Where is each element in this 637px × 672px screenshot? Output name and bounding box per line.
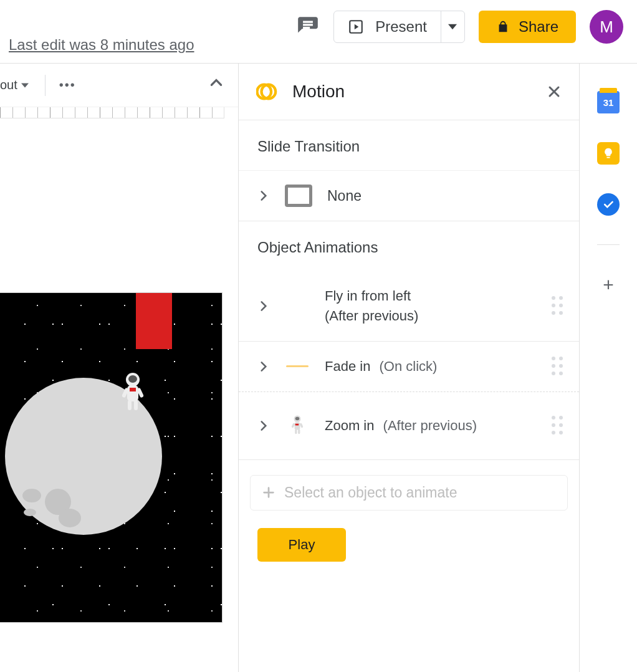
account-avatar[interactable]: M: [590, 10, 623, 44]
last-edit-link[interactable]: Last edit was 8 minutes ago: [9, 36, 194, 54]
present-label: Present: [375, 18, 427, 36]
share-label: Share: [519, 18, 558, 36]
present-dropdown-button[interactable]: [441, 11, 464, 42]
topbar: Present Share M Last edit was 8 minutes …: [0, 0, 637, 64]
comments-icon[interactable]: [296, 15, 320, 39]
present-button-group: Present: [333, 11, 465, 43]
avatar-letter: M: [600, 17, 613, 37]
present-button[interactable]: Present: [334, 11, 441, 42]
lock-icon: [496, 20, 510, 34]
share-button[interactable]: Share: [479, 11, 576, 43]
